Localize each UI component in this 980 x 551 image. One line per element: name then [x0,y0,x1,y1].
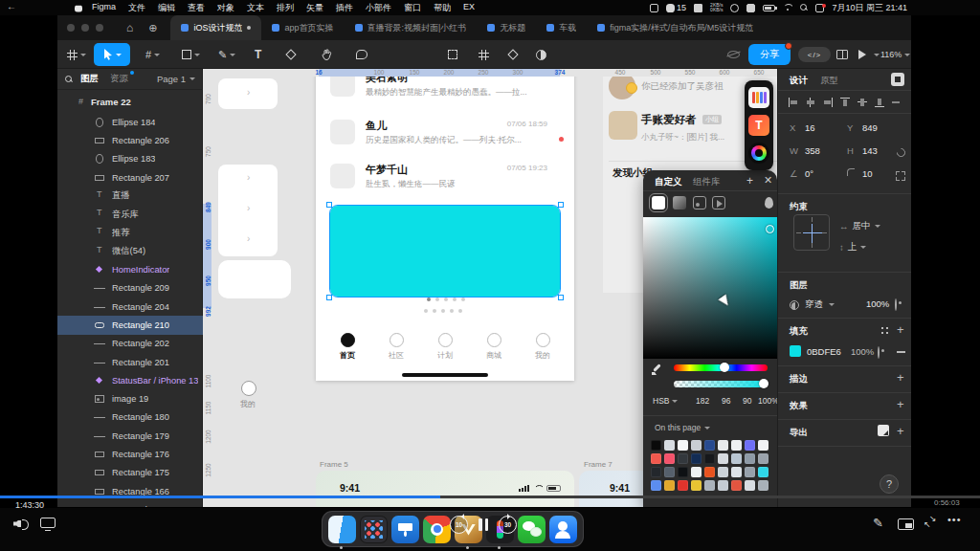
color-swatch[interactable] [718,480,728,491]
text-plugin-icon[interactable]: T [748,115,769,136]
color-swatch[interactable] [691,480,702,491]
align-center-h-icon[interactable] [805,97,816,108]
color-swatch[interactable] [731,480,742,491]
add-stroke-icon[interactable]: + [897,373,906,383]
volume-icon[interactable] [13,518,29,530]
dock-icon[interactable] [518,516,546,543]
layer-row[interactable]: Rectangle 206 [57,131,203,149]
color-swatch[interactable] [678,480,688,491]
menu-item[interactable]: 文件 [128,2,145,14]
pen-tool-button[interactable]: ✎ [218,45,235,64]
file-tab[interactable]: iOS设计规范 [170,15,261,40]
layer-row[interactable]: 推荐 [57,224,203,242]
color-swatch[interactable] [745,467,755,477]
menu-item[interactable]: 窗口 [404,2,421,14]
menu-item[interactable]: 矢量 [306,2,323,14]
constrain-proportions-icon[interactable] [895,146,907,159]
dock-icon[interactable] [328,516,356,543]
color-swatch[interactable] [664,467,675,477]
color-swatch[interactable] [745,440,755,451]
input-method-icon[interactable] [746,4,755,12]
more-options-icon[interactable]: ••• [947,514,962,525]
add-effect-icon[interactable]: + [897,400,906,409]
add-export-icon[interactable]: + [897,427,906,436]
color-swatch[interactable] [758,453,768,464]
library-button[interactable] [836,45,848,64]
palette-plugin-icon[interactable] [748,87,769,108]
dock-icon[interactable] [549,516,577,543]
align-right-icon[interactable] [822,97,834,108]
video-progress-bar[interactable] [0,496,980,498]
selection-handle[interactable] [326,202,332,208]
layers-search-icon[interactable] [65,76,73,83]
close-icon[interactable]: ✕ [764,174,772,187]
component-props-button[interactable] [479,45,489,64]
color-swatch[interactable] [704,480,715,491]
color-swatch[interactable] [731,453,742,464]
color-swatch[interactable] [745,480,755,491]
blend-mode-select[interactable]: 穿透 [790,298,835,311]
menu-item[interactable]: Figma [92,2,116,14]
frame-tool-button[interactable]: # [145,45,160,64]
align-top-icon[interactable] [839,97,851,108]
hue-handle[interactable] [720,363,729,372]
annotate-icon[interactable]: ✎ [873,516,883,530]
layer-row[interactable]: Rectangle 209 [57,279,203,298]
hue-value[interactable]: 182 [696,396,709,406]
mask-button[interactable] [536,45,546,64]
image-fill-button[interactable] [693,196,706,209]
eyedropper-icon[interactable] [651,364,663,377]
color-swatch[interactable] [691,453,702,464]
layer-row[interactable]: StatusBar / iPhone 13 [57,371,203,389]
page-selector[interactable]: Page 1 [157,74,195,84]
color-swatch[interactable] [651,480,661,491]
color-swatch[interactable] [718,453,728,464]
width-field[interactable]: 358 [805,145,820,156]
menu-item[interactable]: 查看 [188,2,205,14]
picker-tab-custom[interactable]: 自定义 [655,176,682,188]
color-swatch[interactable] [691,440,702,451]
x-field[interactable]: 16 [805,122,815,133]
blend-icon[interactable] [765,197,773,209]
hand-tool-button[interactable] [322,45,332,64]
update-badge-icon[interactable] [815,4,824,12]
color-swatch[interactable] [745,453,755,464]
skip-back-button[interactable]: 10 [450,516,468,534]
rotation-field[interactable]: 0° [805,168,813,179]
tab-assets[interactable]: 资源 [110,73,128,85]
layer-opacity-field[interactable]: 100% [866,298,889,309]
color-swatch[interactable] [704,467,715,477]
layer-row[interactable]: Rectangle 175 [57,464,203,482]
tab-design[interactable]: 设计 [790,75,808,87]
selected-rectangle-210[interactable] [330,206,560,297]
shape-tool-button[interactable] [182,45,200,64]
resources-button[interactable] [287,45,295,64]
tidy-up-icon[interactable] [891,97,902,108]
spotlight-icon[interactable] [800,4,808,11]
dock-icon[interactable] [360,516,388,543]
brightness-value[interactable]: 90 [743,396,751,406]
video-fill-button[interactable] [712,196,725,209]
spotlight-me-button[interactable] [727,45,740,64]
layer-row[interactable]: Rectangle 204 [57,298,203,316]
file-tab[interactable]: 车载 [536,15,587,40]
share-button[interactable]: 分享 [748,44,791,65]
fill-hex-field[interactable]: 0BDFE6 [807,346,841,357]
text-tool-button[interactable]: T [255,45,261,64]
selection-handle[interactable] [326,295,332,300]
comment-tool-button[interactable] [356,45,368,64]
create-component-button[interactable] [509,45,517,64]
dock-icon[interactable] [391,516,419,543]
alpha-value[interactable]: 100% [758,396,777,406]
fill-opacity-field[interactable]: 100% [851,346,874,357]
layer-row[interactable]: Rectangle 201 [57,353,203,371]
library-toggle-icon[interactable] [891,73,904,86]
color-swatch[interactable] [758,440,768,451]
layer-row[interactable]: HomeIndicator [57,260,203,278]
layer-row[interactable]: 直播 [57,187,203,205]
color-swatch[interactable] [718,467,728,477]
file-tab[interactable]: 直播背景:视频封面|小红书 [345,15,478,40]
menubar-clock[interactable]: 7月10日 周三 21:41 [832,2,907,14]
colorwheel-plugin-icon[interactable] [748,143,769,164]
layer-row[interactable]: Rectangle 176 [57,445,203,463]
